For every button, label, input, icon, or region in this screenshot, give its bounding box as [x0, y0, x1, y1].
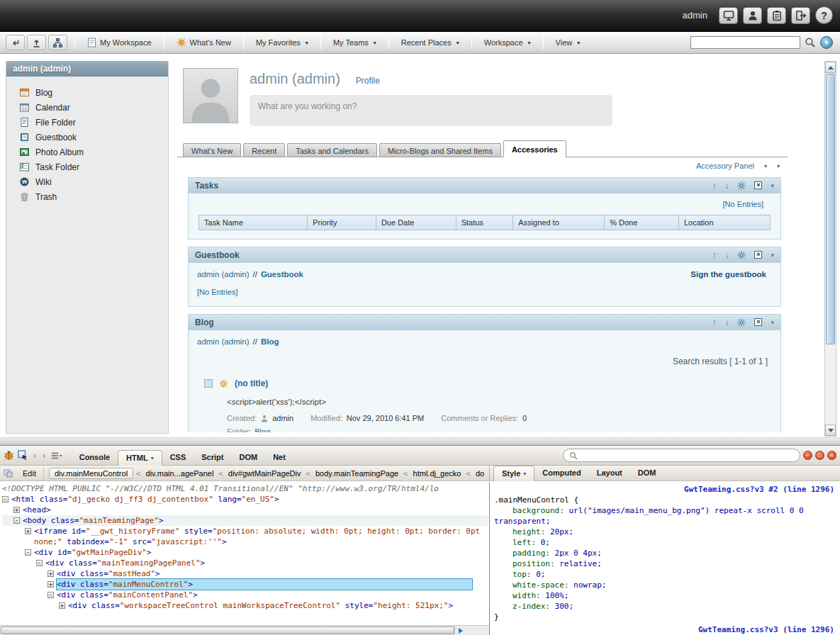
css-file-link[interactable]: GwtTeaming.css?v3 #2 (line 1296) — [494, 484, 834, 495]
collapse-icon[interactable]: - — [36, 560, 43, 566]
expand-icon[interactable]: + — [25, 528, 31, 534]
css-property[interactable]: left: 0; — [494, 537, 834, 548]
breadcrumb-node-selected[interactable]: div.mainMenuControl — [49, 468, 133, 479]
html-tree-line[interactable]: +<div class="mastHead"> — [2, 568, 488, 579]
breadcrumb-node[interactable]: div.main...agePanel — [144, 468, 216, 478]
tab-accessories[interactable]: Accessories — [503, 140, 566, 157]
entry-checkbox[interactable] — [204, 379, 213, 388]
chevron-down-icon[interactable]: ▾ — [771, 319, 774, 326]
created-by-value[interactable]: admin — [272, 414, 293, 422]
accessory-panel-link[interactable]: Accessory Panel — [696, 162, 754, 170]
display-settings-button[interactable] — [719, 7, 738, 24]
news-feed-button[interactable] — [767, 7, 786, 24]
expand-icon[interactable]: + — [13, 507, 20, 513]
chevron-down-icon[interactable]: ▾ — [777, 163, 780, 169]
tab-recent[interactable]: Recent — [243, 143, 285, 157]
move-down-icon[interactable]: ↓ — [724, 251, 729, 259]
css-property[interactable]: top: 0; — [494, 569, 834, 580]
menu-recent-places[interactable]: Recent Places ▾ — [394, 32, 466, 54]
html-tree-line[interactable]: -<div id="gwtMainPageDiv"> — [2, 547, 488, 558]
close-button[interactable]: × — [827, 451, 836, 460]
menu-my-teams[interactable]: My Teams ▾ — [326, 32, 383, 54]
global-search-input[interactable] — [690, 36, 800, 49]
gear-icon[interactable] — [737, 181, 746, 190]
html-tree-line[interactable]: +<div class="mainMenuControl"> — [2, 579, 488, 590]
panel-list-icon[interactable] — [51, 451, 62, 460]
tab-tasks-and-calendars[interactable]: Tasks and Calendars — [287, 143, 377, 157]
sidebar-item-blog[interactable]: Blog — [19, 85, 168, 100]
scrollbar-thumb[interactable] — [826, 74, 835, 344]
move-up-icon[interactable]: ↑ — [712, 181, 716, 190]
help-button[interactable]: ? — [815, 6, 833, 24]
collapse-icon[interactable]: - — [13, 517, 20, 524]
profile-link[interactable]: Profile — [356, 76, 380, 86]
search-icon[interactable] — [805, 37, 816, 48]
css-property[interactable]: width: 100%; — [494, 590, 834, 601]
chevron-down-icon[interactable]: ▾ — [764, 163, 767, 169]
move-down-icon[interactable]: ↓ — [724, 181, 729, 190]
inspect-element-icon[interactable] — [18, 450, 28, 461]
chevron-down-icon[interactable]: ▾ — [771, 252, 774, 259]
horizontal-scrollbar[interactable] — [0, 625, 489, 635]
sidebar-item-wiki[interactable]: W Wiki — [19, 174, 168, 189]
vertical-scrollbar[interactable] — [824, 61, 836, 437]
css-property[interactable]: height: 20px; — [494, 527, 834, 537]
back-button[interactable] — [6, 35, 25, 50]
gear-icon[interactable] — [737, 318, 746, 327]
history-forward-icon[interactable]: › — [41, 450, 47, 461]
close-icon[interactable]: × — [754, 318, 762, 326]
move-up-icon[interactable]: ↑ — [712, 318, 716, 327]
html-tree-line[interactable]: -<body class="mainTeamingPage"> — [2, 515, 488, 526]
edit-button[interactable]: Edit — [16, 468, 44, 479]
presence-button[interactable] — [743, 7, 762, 24]
firebug-logo-icon[interactable] — [4, 450, 14, 461]
scroll-right-button[interactable] — [454, 626, 466, 635]
minimize-button[interactable]: − — [803, 451, 812, 460]
breadcrumb-user-link[interactable]: admin (admin) — [197, 337, 250, 346]
firebug-tab-css[interactable]: CSS — [162, 450, 194, 465]
breadcrumb-node[interactable]: body.mainTeamingPage — [313, 468, 401, 478]
expand-icon[interactable]: + — [59, 602, 65, 609]
history-back-icon[interactable]: ‹ — [32, 450, 38, 461]
collapse-icon[interactable]: - — [2, 496, 9, 502]
tab-micro-blogs[interactable]: Micro-Blogs and Shared Items — [379, 143, 501, 157]
sidebar-item-file-folder[interactable]: File Folder — [19, 115, 168, 130]
collapse-icon[interactable]: - — [47, 592, 54, 598]
microblog-input[interactable]: What are you working on? — [250, 95, 612, 126]
menu-my-favorites[interactable]: My Favorites ▾ — [249, 32, 315, 54]
close-icon[interactable]: × — [754, 251, 762, 259]
html-tree-line[interactable]: +<div class="workspaceTreeControl mainWo… — [2, 600, 488, 611]
expand-icon[interactable]: + — [47, 571, 54, 577]
sidebar-item-task-folder[interactable]: Task Folder — [19, 159, 168, 174]
upload-button[interactable] — [27, 35, 46, 50]
logout-button[interactable] — [791, 7, 810, 24]
sidepanel-tab-style[interactable]: Style▾ — [493, 466, 534, 481]
html-tree-line[interactable]: -<div class="mainContentPanel"> — [2, 590, 488, 600]
html-tree-line[interactable]: -<div class="mainTeamingPagePanel"> — [2, 558, 488, 568]
menu-whats-new[interactable]: What's New — [169, 32, 238, 54]
firebug-search-box[interactable] — [563, 449, 800, 462]
firebug-tab-dom[interactable]: DOM — [231, 450, 265, 465]
html-tree-line[interactable]: <!DOCTYPE HTML PUBLIC "-//W3C//DTD HTML … — [2, 483, 488, 494]
close-icon[interactable]: × — [754, 181, 762, 189]
breadcrumb-node[interactable]: div#gwtMainPageDiv — [226, 468, 303, 478]
firebug-search-input[interactable] — [582, 451, 794, 460]
sidebar-item-trash[interactable]: Trash — [19, 189, 168, 204]
firebug-tab-console[interactable]: Console — [72, 450, 118, 465]
css-file-link[interactable]: GwtTeaming.css?v3 (line 1296) — [494, 624, 834, 635]
css-property[interactable]: background: url("images/main_menu_bg.png… — [494, 505, 834, 527]
breadcrumb-folder-link[interactable]: Guestbook — [261, 270, 303, 279]
css-property[interactable]: white-space: nowrap; — [494, 580, 834, 590]
breadcrumb-user-link[interactable]: admin (admin) — [197, 270, 250, 279]
firebug-tab-script[interactable]: Script — [194, 450, 231, 465]
sidepanel-tab-layout[interactable]: Layout — [589, 466, 630, 481]
detach-window-button[interactable]: □ — [815, 451, 824, 460]
css-property[interactable]: padding: 2px 0 4px; — [494, 548, 834, 558]
folder-link[interactable]: Blog — [254, 427, 270, 432]
html-tree-line[interactable]: -<html class="dj_gecko dj_ff3 dj_content… — [2, 494, 488, 505]
firebug-tab-net[interactable]: Net — [265, 450, 293, 465]
sidebar-item-guestbook[interactable]: Guestbook — [19, 130, 168, 145]
html-tree-line[interactable]: +<iframe id="__gwt_historyFrame" style="… — [2, 526, 488, 547]
gear-icon[interactable] — [737, 251, 746, 259]
scrollbar-thumb[interactable] — [1, 626, 454, 634]
